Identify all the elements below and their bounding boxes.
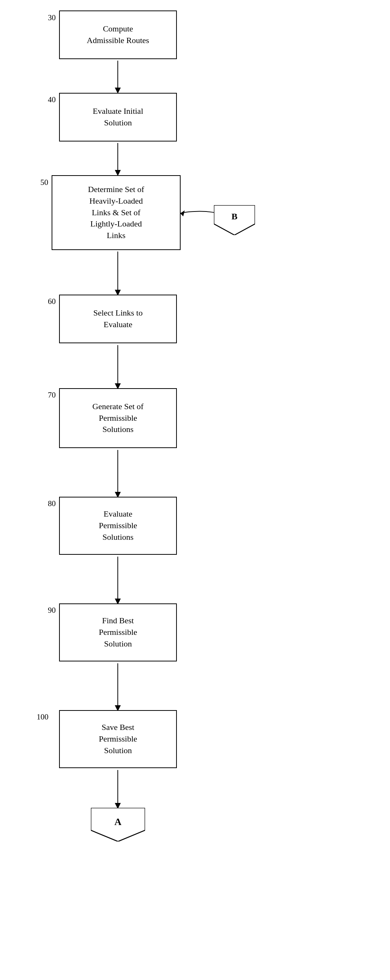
flow-box-90-text: Find BestPermissibleSolution bbox=[99, 615, 137, 649]
flow-box-70-text: Generate Set ofPermissibleSolutions bbox=[92, 401, 144, 435]
step-label-40: 40 bbox=[48, 95, 56, 105]
flow-box-50: Determine Set ofHeavily-LoadedLinks & Se… bbox=[52, 175, 181, 250]
step-label-90: 90 bbox=[48, 606, 56, 615]
flow-box-100-text: Save BestPermissibleSolution bbox=[99, 722, 137, 756]
connector-a: A bbox=[91, 808, 145, 842]
flow-box-60: Select Links toEvaluate bbox=[59, 294, 177, 343]
flow-box-80: EvaluatePermissibleSolutions bbox=[59, 497, 177, 555]
svg-text:B: B bbox=[231, 212, 238, 221]
flow-box-60-text: Select Links toEvaluate bbox=[94, 307, 143, 331]
flow-box-50-text: Determine Set ofHeavily-LoadedLinks & Se… bbox=[88, 184, 144, 242]
flow-box-40-text: Evaluate InitialSolution bbox=[93, 105, 143, 129]
step-label-70: 70 bbox=[48, 390, 56, 400]
connector-b: B bbox=[214, 205, 255, 235]
flow-box-80-text: EvaluatePermissibleSolutions bbox=[99, 508, 137, 543]
svg-text:A: A bbox=[114, 816, 122, 827]
step-label-100: 100 bbox=[36, 712, 49, 722]
diagram-container: 30 ComputeAdmissible Routes 40 Evaluate … bbox=[0, 0, 390, 980]
step-label-60: 60 bbox=[48, 297, 56, 306]
flow-box-30-text: ComputeAdmissible Routes bbox=[87, 23, 149, 46]
flow-box-40: Evaluate InitialSolution bbox=[59, 93, 177, 142]
flow-box-100: Save BestPermissibleSolution bbox=[59, 710, 177, 768]
step-label-80: 80 bbox=[48, 499, 56, 508]
step-label-50: 50 bbox=[40, 178, 48, 187]
flow-box-90: Find BestPermissibleSolution bbox=[59, 603, 177, 662]
flow-box-30: ComputeAdmissible Routes bbox=[59, 11, 177, 59]
step-label-30: 30 bbox=[48, 13, 56, 22]
flow-box-70: Generate Set ofPermissibleSolutions bbox=[59, 388, 177, 448]
svg-marker-16 bbox=[180, 210, 185, 216]
